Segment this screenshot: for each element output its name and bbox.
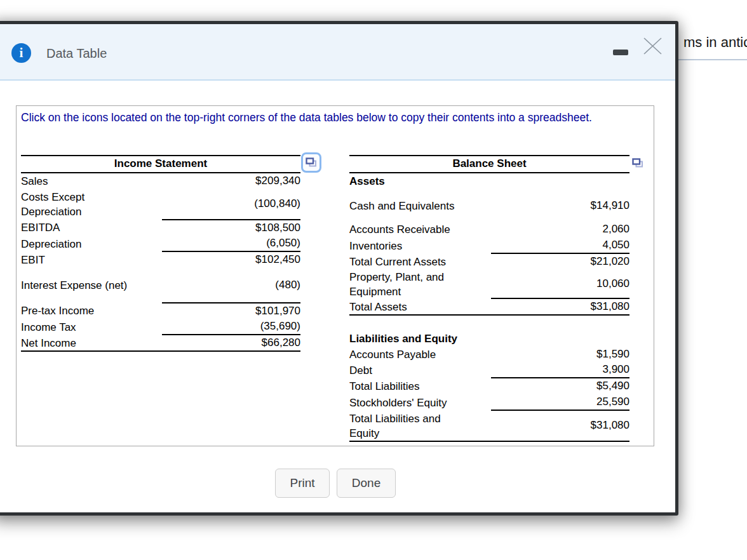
row-label: Total Current Assets [349, 254, 473, 269]
row-value: (100,840) [162, 189, 300, 219]
table-row: Property, Plant, and Equipment10,060 [349, 269, 629, 299]
table-row: Cash and Equivalents$14,910 [349, 198, 629, 214]
row-value: $66,280 [162, 335, 300, 350]
table-row: Income Tax(35,690) [21, 319, 300, 335]
table-row: Interest Expense (net)(480) [21, 277, 300, 293]
table-row: Net Income$66,280 [21, 335, 300, 352]
dialog-header: i Data Table [0, 24, 675, 81]
table-row: Debt3,900 [349, 362, 629, 378]
row-label: Costs Except Depreciation [21, 189, 139, 219]
dialog-title: Data Table [46, 45, 107, 62]
balance-sheet-table: Balance Sheet AssetsCash and Equivalents… [349, 155, 629, 442]
row-label: Property, Plant, and Equipment [349, 269, 473, 299]
info-icon: i [11, 43, 31, 63]
close-icon [643, 37, 663, 55]
row-value: $1,590 [491, 347, 629, 363]
minimize-button[interactable] [609, 41, 632, 63]
row-label: Cash and Equivalents [349, 198, 473, 213]
minimize-icon [613, 50, 628, 55]
row-label: Liabilities and Equity [349, 331, 473, 346]
row-value: 4,050 [491, 237, 629, 254]
balance-sheet-title: Balance Sheet [349, 155, 629, 173]
row-value: $21,020 [491, 254, 629, 270]
table-row: Total Liabilities$5,490 [349, 378, 629, 394]
row-label: Inventories [349, 238, 473, 253]
row-label: Total Liabilities [349, 378, 473, 394]
row-label: Assets [349, 173, 473, 189]
row-label: Depreciation [21, 236, 139, 251]
row-value: $108,500 [162, 219, 300, 236]
table-row: Assets [349, 173, 629, 189]
row-value: $209,340 [162, 173, 300, 189]
table-row: Pre-tax Income$101,970 [21, 302, 300, 319]
print-button[interactable]: Print [275, 469, 330, 498]
table-row: Total Liabilities and Equity$31,080 [349, 411, 629, 442]
table-row: Inventories4,050 [349, 237, 629, 254]
copy-balance-sheet-button[interactable] [631, 157, 645, 169]
row-label: Accounts Receivable [349, 222, 473, 237]
row-label: Interest Expense (net) [21, 277, 139, 293]
row-label: Net Income [21, 335, 139, 350]
row-value: $5,490 [491, 378, 629, 394]
row-value: 10,060 [491, 269, 629, 299]
screen: ms in anticip i Data Table Click on the … [0, 0, 747, 560]
row-value: $31,080 [491, 299, 629, 314]
row-label: Total Assets [349, 299, 473, 314]
table-row: Liabilities and Equity [349, 331, 629, 347]
table-row: Total Assets$31,080 [349, 299, 629, 316]
copy-income-statement-button[interactable] [301, 152, 321, 173]
table-row: Depreciation(6,050) [21, 236, 300, 252]
table-row: Sales$209,340 [21, 173, 300, 189]
row-value: 3,900 [491, 362, 629, 378]
done-button[interactable]: Done [337, 469, 396, 498]
balance-sheet-rows: AssetsCash and Equivalents$14,910Account… [349, 173, 629, 442]
row-label: Sales [21, 173, 139, 189]
row-value: 25,590 [491, 394, 629, 411]
row-value [491, 331, 629, 347]
row-value [491, 173, 629, 189]
row-label: Total Liabilities and Equity [349, 411, 473, 441]
row-label: Accounts Payable [349, 347, 473, 362]
background-clipped-text: ms in anticip [683, 34, 747, 51]
copy-icon [306, 157, 317, 168]
row-value: 2,060 [491, 222, 629, 237]
row-label: Debt [349, 363, 473, 378]
row-value: (35,690) [162, 319, 300, 335]
row-label: EBIT [21, 252, 139, 267]
row-label: Income Tax [21, 319, 139, 335]
table-row: Stockholders' Equity25,590 [349, 394, 629, 411]
row-label: Pre-tax Income [21, 303, 139, 318]
close-button[interactable] [640, 33, 665, 58]
row-value: $101,970 [162, 302, 300, 319]
table-row: Costs Except Depreciation(100,840) [21, 189, 300, 219]
row-value: (480) [162, 277, 300, 293]
row-value: $31,080 [491, 411, 629, 441]
income-statement-rows: Sales$209,340Costs Except Depreciation(1… [21, 173, 300, 352]
income-statement-title: Income Statement [21, 155, 300, 173]
table-row: EBIT$102,450 [21, 252, 300, 268]
income-statement-table: Income Statement Sales$209,340Costs Exce… [21, 155, 300, 352]
table-row: Total Current Assets$21,020 [349, 254, 629, 270]
copy-icon [632, 158, 643, 168]
table-row: Accounts Receivable2,060 [349, 222, 629, 237]
table-row: EBITDA$108,500 [21, 219, 300, 236]
background-underline [678, 59, 747, 60]
row-value: $14,910 [491, 198, 629, 214]
row-value: $102,450 [162, 252, 300, 268]
instructions-text: Click on the icons located on the top-ri… [21, 110, 628, 125]
row-value: (6,050) [162, 236, 300, 252]
table-row: Accounts Payable$1,590 [349, 347, 629, 363]
row-label: EBITDA [21, 220, 139, 235]
row-label: Stockholders' Equity [349, 395, 473, 410]
